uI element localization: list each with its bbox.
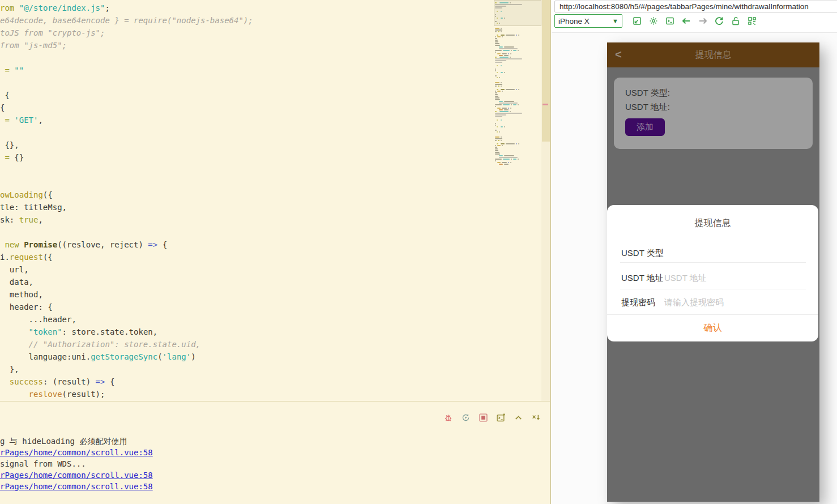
- field-divider: [620, 262, 806, 263]
- code-editor: rom "@/store/index.js";e64decode, base64…: [0, 0, 551, 504]
- app-navbar: < 提现信息: [607, 42, 819, 67]
- refresh-icon[interactable]: [714, 16, 724, 26]
- withdraw-password-field-label: 提现密码: [621, 297, 655, 308]
- browser-preview-panel: iPhone X ▼: [552, 0, 837, 504]
- forward-arrow-icon[interactable]: [698, 16, 708, 26]
- settings-gear-icon[interactable]: [648, 16, 659, 26]
- withdrawal-card: USDT 类型: USDT 地址: 添加: [614, 78, 813, 149]
- field-divider: [620, 289, 806, 289]
- device-select[interactable]: iPhone X ▼: [554, 14, 622, 28]
- console-link[interactable]: rPages/home/common/scroll.vue:58: [0, 448, 153, 457]
- open-external-icon[interactable]: [632, 16, 642, 26]
- qr-code-icon[interactable]: [747, 16, 757, 26]
- back-arrow-icon[interactable]: [681, 16, 691, 26]
- console-output: g 与 hideLoading 必须配对使用rPages/home/common…: [0, 435, 153, 492]
- withdraw-password-placeholder: 请输入提现密码: [664, 297, 724, 308]
- usdt-type-label: USDT 类型:: [625, 86, 813, 100]
- restart-icon[interactable]: [461, 413, 471, 422]
- minimap-rows: [495, 2, 522, 165]
- usdt-type-field-label: USDT 类型: [621, 248, 664, 259]
- console-link[interactable]: rPages/home/common/scroll.vue:58: [0, 482, 153, 491]
- console-panel: g 与 hideLoading 必须配对使用rPages/home/common…: [0, 401, 550, 504]
- preview-stage: < 提现信息 USDT 类型: USDT 地址: 添加 提现信息 USDT 类型: [552, 33, 837, 504]
- ide-window: rom "@/store/index.js";e64decode, base64…: [0, 0, 837, 504]
- url-input[interactable]: [554, 1, 837, 12]
- usdt-address-field-label: USDT 地址: [621, 273, 664, 284]
- phone-viewport: < 提现信息 USDT 类型: USDT 地址: 添加 提现信息 USDT 类型: [607, 42, 819, 502]
- close-and-stop-icon[interactable]: [531, 413, 541, 422]
- terminal-icon[interactable]: [665, 16, 675, 26]
- error-marker: [543, 104, 548, 105]
- console-link[interactable]: rPages/home/common/scroll.vue:58: [0, 471, 153, 480]
- unlock-icon[interactable]: [731, 16, 741, 26]
- chevron-down-icon: ▼: [612, 18, 618, 24]
- preview-toolbar: iPhone X ▼: [554, 14, 757, 28]
- usdt-address-label: USDT 地址:: [625, 100, 813, 114]
- debug-icon[interactable]: [443, 413, 453, 422]
- console-toolbar: [443, 413, 541, 422]
- minimap[interactable]: [494, 0, 541, 401]
- withdrawal-modal: 提现信息 USDT 类型 USDT 地址 USDT 地址 提现密码 请输入提现密…: [607, 205, 818, 341]
- console-message: g 与 hideLoading 必须配对使用: [0, 435, 153, 447]
- console-message: signal from WDS...: [0, 458, 153, 469]
- stop-icon[interactable]: [479, 413, 488, 422]
- device-select-value: iPhone X: [558, 17, 590, 25]
- collapse-panel-icon[interactable]: [514, 413, 523, 422]
- minimap-viewport[interactable]: [494, 0, 541, 26]
- usdt-address-placeholder: USDT 地址: [664, 273, 707, 284]
- scrollbar-thumb[interactable]: [542, 0, 550, 142]
- code-lines[interactable]: rom "@/store/index.js";e64decode, base64…: [0, 2, 493, 401]
- confirm-button[interactable]: 确认: [607, 314, 818, 341]
- back-button[interactable]: <: [615, 49, 622, 60]
- add-button[interactable]: 添加: [625, 118, 665, 136]
- editor-scrollbar[interactable]: [541, 0, 550, 401]
- new-terminal-icon[interactable]: [496, 413, 506, 422]
- modal-title: 提现信息: [607, 217, 818, 229]
- navbar-title: 提现信息: [695, 49, 732, 61]
